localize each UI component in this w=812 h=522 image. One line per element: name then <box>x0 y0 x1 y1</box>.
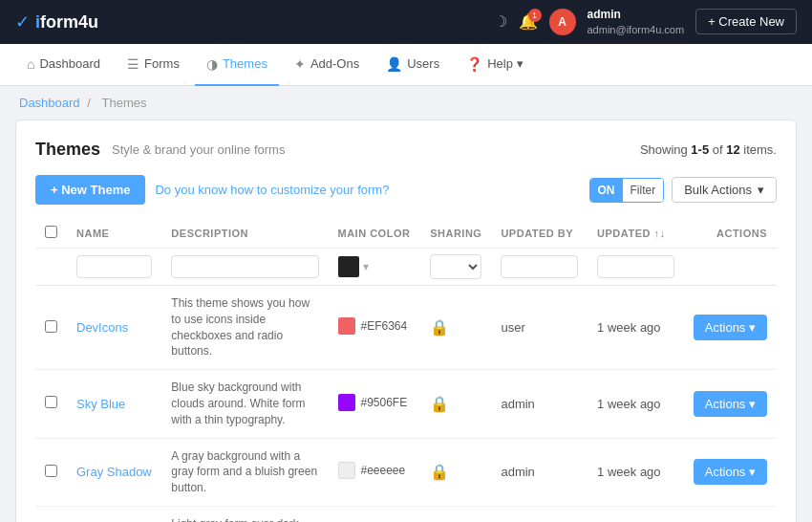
actions-button[interactable]: Actions ▾ <box>694 459 767 485</box>
updated-at: 1 week ago <box>597 320 661 335</box>
filter-on-label: ON <box>590 179 623 202</box>
actions-button[interactable]: Actions ▾ <box>694 391 767 417</box>
logo-text: iform4u <box>35 12 98 33</box>
create-new-button[interactable]: + Create New <box>695 9 797 34</box>
breadcrumb-separator: / <box>87 96 91 110</box>
table-row: Light Gray Light gray form over dark gra… <box>35 506 777 522</box>
color-hex-label: #eeeeee <box>361 464 406 477</box>
username: admin <box>588 8 685 23</box>
filter-description-input[interactable] <box>171 255 318 278</box>
breadcrumb-home[interactable]: Dashboard <box>19 96 80 110</box>
nav-item-forms[interactable]: ☰ Forms <box>116 44 191 86</box>
bulk-actions-chevron: ▾ <box>758 183 764 197</box>
nav-item-dashboard[interactable]: ⌂ Dashboard <box>15 44 112 86</box>
color-hex-label: #EF6364 <box>361 319 408 333</box>
nav-item-users[interactable]: 👤 Users <box>374 44 451 86</box>
color-arrow: ▾ <box>363 260 369 273</box>
select-all-checkbox[interactable] <box>45 226 57 238</box>
col-description: DESCRIPTION <box>161 218 328 249</box>
col-name: NAME <box>67 218 161 249</box>
color-swatch <box>338 394 355 411</box>
logo-icon: ✓ <box>15 11 30 33</box>
actions-button[interactable]: Actions ▾ <box>694 315 767 340</box>
addons-icon: ✦ <box>294 56 306 72</box>
nav-item-themes[interactable]: ◑ Themes <box>195 44 279 86</box>
customize-link[interactable]: Do you know how to customize your form? <box>155 183 389 197</box>
color-badge: #EF6364 <box>338 317 408 335</box>
updated-by: admin <box>501 465 534 479</box>
updated-at: 1 week ago <box>597 397 661 411</box>
color-hex-label: #9506FE <box>361 396 408 409</box>
showing-total: 12 <box>726 142 739 157</box>
row-checkbox[interactable] <box>45 465 57 477</box>
filter-sharing-select[interactable] <box>430 254 481 279</box>
color-badge: #9506FE <box>338 394 408 411</box>
logo-area: ✓ iform4u <box>15 11 98 33</box>
color-swatch <box>338 317 355 335</box>
themes-card: Themes Style & brand your online forms S… <box>15 120 797 522</box>
theme-name[interactable]: Sky Blue <box>76 397 125 411</box>
filter-updated-at-input[interactable] <box>597 255 674 278</box>
table-row: Sky Blue Blue sky background with clouds… <box>35 370 777 438</box>
main-navbar: ⌂ Dashboard ☰ Forms ◑ Themes ✦ Add-Ons 👤… <box>0 44 812 86</box>
card-header-left: Themes Style & brand your online forms <box>35 140 285 160</box>
nav-items: ⌂ Dashboard ☰ Forms ◑ Themes ✦ Add-Ons 👤… <box>15 44 535 86</box>
table-row: DevIcons This theme shows you how to use… <box>35 286 777 370</box>
row-checkbox[interactable] <box>45 320 57 333</box>
themes-icon: ◑ <box>206 56 218 72</box>
updated-by: admin <box>501 397 534 411</box>
notification-badge: 1 <box>528 9 542 22</box>
top-navbar: ✓ iform4u ☽ 🔔 1 A admin admin@iform4u.co… <box>0 0 812 44</box>
theme-name[interactable]: Gray Shadow <box>76 465 152 479</box>
page-subtitle: Style & brand your online forms <box>112 142 285 157</box>
col-main-color: MAIN COLOR <box>329 218 421 249</box>
showing-info: Showing 1-5 of 12 items. <box>640 142 777 157</box>
filter-toggle: ON Filter <box>589 178 665 203</box>
color-swatch-filter <box>338 256 359 277</box>
help-icon: ❓ <box>466 56 482 72</box>
filter-label: Filter <box>623 179 664 202</box>
notification-area: 🔔 1 <box>519 12 538 31</box>
nav-item-help[interactable]: ❓ Help ▾ <box>455 44 534 86</box>
col-actions: ACTIONS <box>684 218 777 249</box>
toolbar-right: ON Filter Bulk Actions ▾ <box>589 177 778 203</box>
updated-by: user <box>501 320 524 335</box>
col-sharing: SHARING <box>420 218 491 249</box>
card-header: Themes Style & brand your online forms S… <box>35 140 777 160</box>
sharing-lock-icon: 🔒 <box>430 319 449 336</box>
showing-range: 1-5 <box>691 142 709 157</box>
sharing-lock-icon: 🔒 <box>430 396 449 412</box>
dashboard-icon: ⌂ <box>27 56 34 72</box>
col-updated-at: UPDATED ↑↓ <box>588 218 684 249</box>
col-updated-by: UPDATED BY <box>491 218 588 249</box>
theme-description: Light gray form over dark gray body, big… <box>171 517 306 522</box>
row-checkbox[interactable] <box>45 396 57 408</box>
topnav-right: ☽ 🔔 1 A admin admin@iform4u.com + Create… <box>494 8 798 36</box>
filter-updated-by-input[interactable] <box>501 255 578 278</box>
filter-name-input[interactable] <box>76 255 152 278</box>
filter-color: ▾ <box>338 256 412 277</box>
user-email: admin@iform4u.com <box>588 23 685 36</box>
nav-item-addons[interactable]: ✦ Add-Ons <box>283 44 371 86</box>
table-row: Gray Shadow A gray background with a gra… <box>35 438 777 506</box>
theme-description: Blue sky background with clouds around. … <box>171 381 305 426</box>
updated-at: 1 week ago <box>597 465 661 479</box>
user-info: admin admin@iform4u.com <box>588 8 685 36</box>
color-swatch <box>338 462 355 479</box>
breadcrumb-current: Themes <box>101 96 146 110</box>
users-icon: 👤 <box>386 56 402 72</box>
bulk-actions-button[interactable]: Bulk Actions ▾ <box>672 177 777 203</box>
moon-icon[interactable]: ☽ <box>494 12 507 31</box>
theme-description: A gray background with a gray form and a… <box>171 449 317 495</box>
sharing-lock-icon: 🔒 <box>430 464 449 480</box>
new-theme-button[interactable]: + New Theme <box>35 175 145 205</box>
forms-icon: ☰ <box>127 56 139 72</box>
page-title: Themes <box>35 140 100 160</box>
avatar: A <box>549 9 576 35</box>
theme-description: This theme shows you how to use icons in… <box>171 296 310 358</box>
main-content: Themes Style & brand your online forms S… <box>0 120 812 522</box>
themes-table: NAME DESCRIPTION MAIN COLOR SHARING UPDA… <box>35 218 777 522</box>
theme-name[interactable]: DevIcons <box>76 320 128 335</box>
breadcrumb: Dashboard / Themes <box>0 86 812 120</box>
color-badge: #eeeeee <box>338 462 406 479</box>
